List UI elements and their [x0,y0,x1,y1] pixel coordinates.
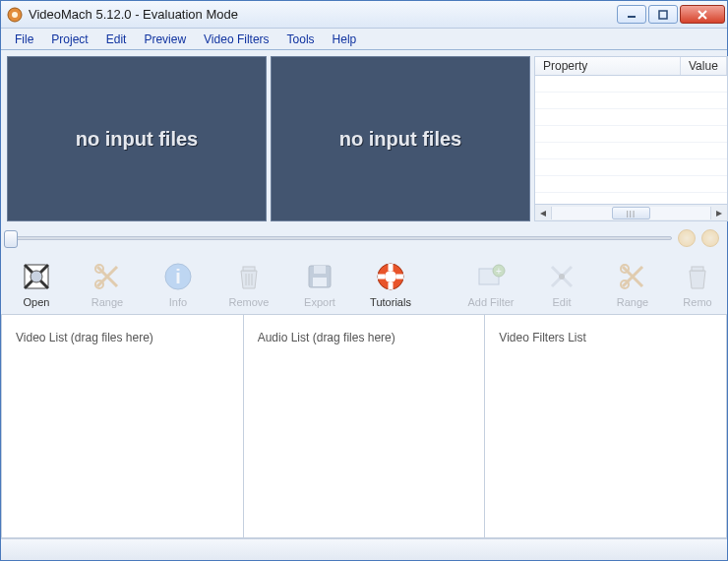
export-button: Export [294,261,345,308]
info-button: i Info [152,261,204,308]
video-list-label: Video List (drag files here) [16,331,153,344]
remove2-label: Remo [683,296,711,308]
scissors-icon [91,261,123,292]
svg-text:i: i [175,266,181,287]
add-filter-label: Add Filter [467,296,514,308]
scroll-left-icon[interactable]: ◂ [535,206,551,220]
open-icon [21,261,52,292]
nav-prev-icon[interactable] [678,229,696,247]
property-panel: Property Value ◂ ||| ▸ [534,56,728,221]
minimize-button[interactable] [617,5,646,24]
window-buttons [617,5,725,24]
info-icon: i [162,261,194,292]
lifebuoy-icon [375,261,406,292]
remove2-button: Remo [678,261,717,308]
info-label: Info [169,296,187,308]
app-window: VideoMach 5.12.0 - Evaluation Mode File … [0,0,728,561]
add-filter-button: + Add Filter [465,261,516,308]
window-title: VideoMach 5.12.0 - Evaluation Mode [29,7,617,22]
remove-label: Remove [229,296,270,308]
app-icon [7,7,23,23]
filters-list-label: Video Filters List [499,331,585,344]
property-body [534,76,728,205]
preview-pane-right: no input files [271,56,530,221]
property-col-header[interactable]: Property [535,57,681,75]
svg-rect-3 [659,11,667,19]
range2-label: Range [617,296,648,308]
close-button[interactable] [680,5,725,24]
svg-point-20 [385,271,396,282]
property-hscrollbar[interactable]: ◂ ||| ▸ [534,205,728,221]
preview-pane-left: no input files [7,56,267,221]
range-button: Range [82,261,133,308]
floppy-icon [304,261,335,292]
audio-list-pane[interactable]: Audio List (drag files here) [244,315,486,538]
tutorials-button[interactable]: Tutorials [365,261,416,308]
property-row [535,159,727,176]
trash-icon [682,261,713,292]
remove-button: Remove [223,261,274,308]
svg-point-7 [30,271,42,282]
statusbar [1,538,727,560]
edit-label: Edit [553,296,572,308]
open-button[interactable]: Open [11,261,62,308]
menu-preview[interactable]: Preview [136,31,194,48]
maximize-button[interactable] [648,5,678,24]
scissors-icon [617,261,648,292]
titlebar: VideoMach 5.12.0 - Evaluation Mode [1,1,727,29]
svg-rect-18 [313,278,327,286]
svg-rect-12 [243,267,255,271]
trash-icon [233,261,265,292]
timeline-slider-row [1,221,727,249]
toolbar: Open Range i Info Remove Export [1,249,727,314]
value-col-header[interactable]: Value [681,57,727,75]
property-header: Property Value [534,56,728,76]
svg-point-24 [559,274,565,280]
property-row [535,109,727,126]
property-row [535,126,727,143]
timeline-thumb[interactable] [4,230,18,248]
property-row [535,76,727,93]
edit-button: Edit [536,261,587,308]
tutorials-label: Tutorials [370,296,411,308]
property-row [535,176,727,193]
svg-rect-17 [314,266,326,274]
range-label: Range [91,296,123,308]
edit-icon [546,261,577,292]
range2-button: Range [607,261,658,308]
bottom-lists: Video List (drag files here) Audio List … [1,314,727,538]
video-list-pane[interactable]: Video List (drag files here) [1,315,244,538]
scroll-track[interactable]: ||| [551,207,711,219]
export-label: Export [304,296,335,308]
filters-list-pane[interactable]: Video Filters List [485,315,727,538]
add-filter-icon: + [475,261,507,292]
svg-point-1 [12,12,18,18]
preview-right-text: no input files [339,128,461,151]
preview-row: no input files no input files Property V… [1,50,727,221]
open-label: Open [24,296,50,308]
timeline-track[interactable] [9,236,672,240]
preview-left-text: no input files [76,128,198,151]
scroll-right-icon[interactable]: ▸ [711,206,727,220]
menu-file[interactable]: File [7,31,41,48]
nav-next-icon[interactable] [701,229,719,247]
svg-text:+: + [496,266,502,277]
menu-project[interactable]: Project [43,31,95,48]
menu-tools[interactable]: Tools [279,31,323,48]
scroll-thumb[interactable]: ||| [612,207,650,219]
property-row [535,143,727,159]
menubar: File Project Edit Preview Video Filters … [1,29,727,50]
menu-edit[interactable]: Edit [98,31,135,48]
property-row [535,93,727,109]
svg-rect-27 [692,267,703,271]
menu-video-filters[interactable]: Video Filters [196,31,276,48]
menu-help[interactable]: Help [325,31,365,48]
audio-list-label: Audio List (drag files here) [258,331,395,344]
